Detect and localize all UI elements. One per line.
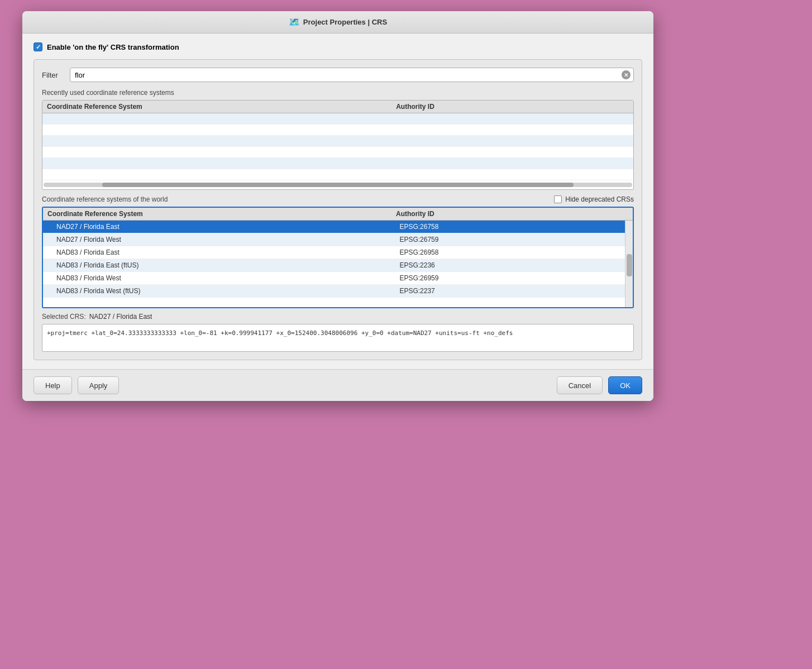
- table-row[interactable]: [42, 113, 633, 125]
- enable-crs-label: Enable 'on the fly' CRS transformation: [47, 43, 179, 51]
- crs-name: NAD27 / Florida West: [56, 236, 399, 243]
- enable-crs-row: Enable 'on the fly' CRS transformation: [34, 42, 642, 51]
- filter-input-wrap: ✕: [70, 68, 634, 82]
- recently-used-body: [42, 113, 633, 180]
- crs-auth: EPSG:26959: [399, 274, 628, 282]
- selected-crs-row: Selected CRS: NAD27 / Florida East: [42, 313, 634, 321]
- table-row[interactable]: NAD27 / Florida WestEPSG:26759: [43, 233, 633, 246]
- selected-crs-value: NAD27 / Florida East: [89, 313, 152, 321]
- table-row[interactable]: [42, 147, 633, 158]
- world-crs-col-crs: Coordinate Reference System: [47, 210, 396, 218]
- table-row[interactable]: NAD83 / Florida West (ftUS)EPSG:2237: [43, 285, 633, 298]
- table-row[interactable]: NAD27 / Florida EastEPSG:26758: [43, 221, 633, 233]
- hide-deprecated-row: Hide deprecated CRSs: [554, 195, 634, 203]
- filter-input[interactable]: [70, 68, 634, 82]
- dialog-body: Enable 'on the fly' CRS transformation F…: [22, 34, 653, 369]
- crs-auth: EPSG:26958: [399, 249, 628, 256]
- dialog-titlebar: 🗺️ Project Properties | CRS: [22, 11, 653, 34]
- recently-used-scrollbar[interactable]: [44, 183, 632, 187]
- table-row[interactable]: [42, 158, 633, 169]
- table-row[interactable]: [42, 136, 633, 147]
- world-section-header: Coordinate reference systems of the worl…: [42, 195, 634, 203]
- project-properties-dialog: 🗺️ Project Properties | CRS Enable 'on t…: [22, 11, 653, 401]
- world-crs-body: NAD27 / Florida EastEPSG:26758NAD27 / Fl…: [43, 221, 633, 307]
- recently-used-col-crs: Coordinate Reference System: [47, 103, 396, 111]
- hide-deprecated-label: Hide deprecated CRSs: [565, 195, 634, 203]
- footer-left: Help Apply: [34, 376, 119, 394]
- proj-string-box: +proj=tmerc +lat_0=24.3333333333333 +lon…: [42, 324, 634, 352]
- filter-clear-button[interactable]: ✕: [622, 70, 631, 79]
- apply-button[interactable]: Apply: [78, 376, 120, 394]
- enable-crs-checkbox[interactable]: [34, 42, 42, 51]
- crs-auth: EPSG:26758: [399, 223, 628, 231]
- crs-auth: EPSG:2236: [399, 261, 628, 269]
- cancel-button[interactable]: Cancel: [557, 376, 603, 394]
- crs-name: NAD83 / Florida West (ftUS): [56, 287, 399, 295]
- recently-used-table: Coordinate Reference System Authority ID: [42, 100, 634, 190]
- crs-auth: EPSG:2237: [399, 287, 628, 295]
- recently-used-scrollbar-thumb[interactable]: [102, 183, 573, 187]
- world-crs-table: Coordinate Reference System Authority ID…: [42, 207, 634, 308]
- world-crs-rows: NAD27 / Florida EastEPSG:26758NAD27 / Fl…: [43, 221, 633, 298]
- crs-name: NAD83 / Florida West: [56, 274, 399, 282]
- world-crs-col-auth: Authority ID: [396, 210, 628, 218]
- footer-right: Cancel OK: [557, 376, 642, 394]
- crs-name: NAD83 / Florida East: [56, 249, 399, 256]
- ok-button[interactable]: OK: [608, 376, 642, 394]
- proj-string-text: +proj=tmerc +lat_0=24.3333333333333 +lon…: [47, 329, 513, 337]
- recently-used-col-auth: Authority ID: [396, 103, 629, 111]
- selected-crs-label: Selected CRS:: [42, 313, 86, 321]
- crs-name: NAD27 / Florida East: [56, 223, 399, 231]
- recently-used-label: Recently used coordinate reference syste…: [42, 89, 634, 97]
- hide-deprecated-checkbox[interactable]: [554, 195, 562, 203]
- world-crs-label: Coordinate reference systems of the worl…: [42, 195, 168, 203]
- dialog-overlay: 🗺️ Project Properties | CRS Enable 'on t…: [0, 0, 812, 669]
- crs-auth: EPSG:26759: [399, 236, 628, 243]
- recently-used-header: Coordinate Reference System Authority ID: [42, 101, 633, 113]
- table-row[interactable]: NAD83 / Florida EastEPSG:26958: [43, 246, 633, 259]
- world-crs-scrollbar-thumb[interactable]: [627, 254, 632, 276]
- dialog-title: Project Properties | CRS: [303, 18, 387, 26]
- filter-row: Filter ✕: [42, 68, 634, 82]
- table-row[interactable]: NAD83 / Florida East (ftUS)EPSG:2236: [43, 259, 633, 272]
- world-crs-header: Coordinate Reference System Authority ID: [43, 208, 633, 221]
- dialog-footer: Help Apply Cancel OK: [22, 369, 653, 401]
- dialog-icon: 🗺️: [289, 17, 300, 27]
- content-panel: Filter ✕ Recently used coordinate refere…: [34, 59, 642, 360]
- crs-name: NAD83 / Florida East (ftUS): [56, 261, 399, 269]
- filter-label: Filter: [42, 71, 64, 79]
- help-button[interactable]: Help: [34, 376, 72, 394]
- table-row[interactable]: [42, 125, 633, 136]
- world-crs-scrollbar[interactable]: [625, 221, 633, 307]
- table-row[interactable]: NAD83 / Florida WestEPSG:26959: [43, 272, 633, 285]
- table-row[interactable]: [42, 169, 633, 180]
